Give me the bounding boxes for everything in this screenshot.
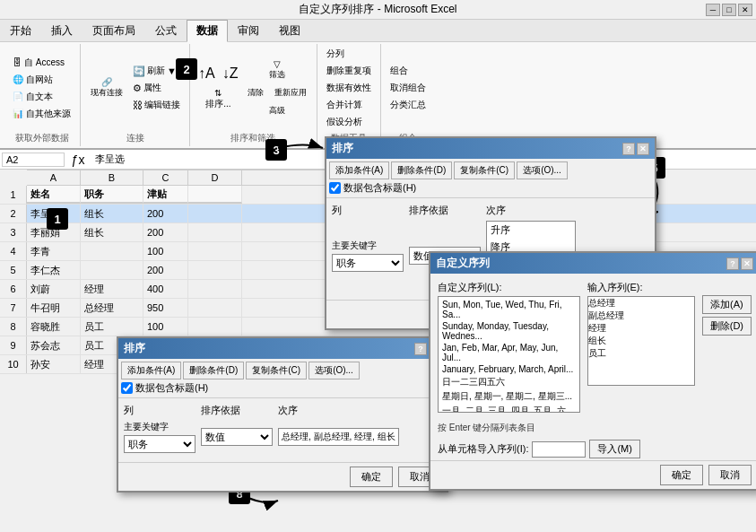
copy-condition-btn[interactable]: 复制条件(C) <box>454 161 515 179</box>
cell-7-B[interactable]: 总经理 <box>81 299 143 317</box>
cell-5-A[interactable]: 李仁杰 <box>27 261 81 279</box>
cell-3-B[interactable]: 组长 <box>81 223 143 241</box>
options-btn-2[interactable]: 选项(O)... <box>308 362 360 379</box>
clear-button[interactable]: 清除 <box>243 84 268 101</box>
add-sequence-btn[interactable]: 添加(A) <box>702 295 752 314</box>
cell-2-C[interactable]: 200 <box>143 205 188 222</box>
cell-4-B[interactable] <box>81 242 143 260</box>
cell-4-D[interactable] <box>188 242 242 260</box>
cell-5-B[interactable] <box>81 261 143 279</box>
cell-6-C[interactable]: 400 <box>143 280 188 298</box>
cell-8-B[interactable]: 员工 <box>81 318 143 336</box>
split-button[interactable]: 分列 <box>323 46 375 62</box>
delete-sequence-btn[interactable]: 删除(D) <box>702 317 752 336</box>
custom-dialog-help[interactable]: ? <box>726 257 739 270</box>
import-range-input[interactable] <box>532 441 586 458</box>
remove-duplicates-button[interactable]: 删除重复项 <box>323 63 375 79</box>
import-btn[interactable]: 导入(M) <box>589 440 640 458</box>
text-button[interactable]: 📄 自文本 <box>9 89 74 105</box>
custom-dialog-ok[interactable]: 确定 <box>660 465 703 485</box>
cell-1-B[interactable]: 职务 <box>81 186 143 204</box>
custom-dialog-close[interactable]: ✕ <box>741 257 753 270</box>
tab-review[interactable]: 审阅 <box>228 20 269 41</box>
cell-10-A[interactable]: 孙安 <box>27 355 81 373</box>
sort-za-button[interactable]: ↓Z <box>220 63 241 84</box>
sort-dialog-1-help[interactable]: ? <box>622 143 635 155</box>
tab-start[interactable]: 开始 <box>0 20 41 41</box>
list-item[interactable]: Sun, Mon, Tue, Wed, Thu, Fri, Sa... <box>440 299 578 320</box>
order-asc[interactable]: 升序 <box>487 222 575 239</box>
cell-reference[interactable] <box>2 153 65 167</box>
maximize-button[interactable]: □ <box>722 4 736 16</box>
minimize-button[interactable]: ─ <box>706 4 720 16</box>
existing-connections-button[interactable]: 🔗 现有连接 <box>86 74 127 101</box>
edit-links-button[interactable]: ⛓ 编辑链接 <box>129 97 184 113</box>
cell-5-C[interactable]: 200 <box>143 261 188 279</box>
cell-9-A[interactable]: 苏会志 <box>27 336 81 354</box>
ungroup-button[interactable]: 取消组合 <box>387 80 430 96</box>
sort-dialog-1-close[interactable]: ✕ <box>637 143 649 155</box>
sort-button[interactable]: ⇅ 排序... <box>200 85 236 113</box>
tab-view[interactable]: 视图 <box>269 20 310 41</box>
cell-8-C[interactable]: 100 <box>143 318 188 336</box>
properties-button[interactable]: ⚙ 属性 <box>129 80 184 96</box>
cell-5-D[interactable] <box>188 261 242 279</box>
sort-by-select[interactable]: 职务 <box>332 254 404 272</box>
tab-layout[interactable]: 页面布局 <box>83 20 145 41</box>
web-button[interactable]: 🌐 自网站 <box>9 72 74 88</box>
cell-1-D[interactable] <box>188 186 242 204</box>
sort-dialog-2-ok[interactable]: 确定 <box>350 467 393 487</box>
cell-2-B[interactable]: 组长 <box>81 205 143 222</box>
cell-7-C[interactable]: 950 <box>143 299 188 317</box>
sort-dialog-2-help[interactable]: ? <box>414 343 427 355</box>
header-checkbox-2[interactable] <box>121 382 133 394</box>
cell-2-D[interactable] <box>188 205 242 222</box>
custom-list-box[interactable]: Sun, Mon, Tue, Wed, Thu, Fri, Sa... Sund… <box>438 296 580 413</box>
sort-by-select-2[interactable]: 职务 <box>124 435 196 453</box>
tab-formula[interactable]: 公式 <box>145 20 187 41</box>
list-item[interactable]: Jan, Feb, Mar, Apr, May, Jun, Jul... <box>440 342 578 363</box>
close-button[interactable]: ✕ <box>738 4 752 16</box>
list-item[interactable]: January, February, March, April... <box>440 363 578 375</box>
subtotal-button[interactable]: 分类汇总 <box>387 97 430 113</box>
sort-on-select-2[interactable]: 数值 <box>201 428 273 446</box>
tab-data[interactable]: 数据 <box>187 20 228 42</box>
consolidate-button[interactable]: 合并计算 <box>323 97 375 113</box>
list-item[interactable]: Sunday, Monday, Tuesday, Wednes... <box>440 320 578 342</box>
cell-6-D[interactable] <box>188 280 242 298</box>
cell-6-B[interactable]: 经理 <box>81 280 143 298</box>
delete-condition-btn-2[interactable]: 删除条件(D) <box>183 362 244 379</box>
other-source-button[interactable]: 📊 自其他来源 <box>9 106 74 122</box>
cell-3-C[interactable]: 200 <box>143 223 188 241</box>
header-checkbox[interactable] <box>329 182 341 194</box>
cell-4-A[interactable]: 李青 <box>27 242 81 260</box>
cell-3-D[interactable] <box>188 223 242 241</box>
advanced-button[interactable]: 高级 <box>265 102 290 119</box>
cell-7-A[interactable]: 牛召明 <box>27 299 81 317</box>
sort-az-button[interactable]: ↑A <box>196 63 218 84</box>
filter-button[interactable]: ▽ 筛选 <box>265 57 290 83</box>
add-condition-btn[interactable]: 添加条件(A) <box>329 161 389 179</box>
custom-dialog-cancel[interactable]: 取消 <box>708 465 752 485</box>
validate-button[interactable]: 数据有效性 <box>323 80 375 96</box>
order-value-input[interactable] <box>278 428 399 446</box>
list-item[interactable]: 日一二三四五六 <box>440 375 578 389</box>
copy-condition-btn-2[interactable]: 复制条件(C) <box>246 362 307 379</box>
add-condition-btn-2[interactable]: 添加条件(A) <box>121 362 181 379</box>
cell-4-C[interactable]: 100 <box>143 242 188 260</box>
options-btn[interactable]: 选项(O)... <box>517 161 568 179</box>
cell-8-A[interactable]: 容晓胜 <box>27 318 81 336</box>
list-item[interactable]: 星期日, 星期一, 星期二, 星期三... <box>440 389 578 404</box>
cell-6-A[interactable]: 刘蔚 <box>27 280 81 298</box>
cell-8-D[interactable] <box>188 318 242 336</box>
tab-insert[interactable]: 插入 <box>41 20 83 41</box>
group-button[interactable]: 组合 <box>387 63 430 79</box>
cell-1-C[interactable]: 津贴 <box>143 186 188 204</box>
delete-condition-btn[interactable]: 删除条件(D) <box>391 161 452 179</box>
whatif-button[interactable]: 假设分析 <box>323 114 375 130</box>
custom-sequence-textarea[interactable]: 总经理 副总经理 经理 组长 员工 <box>587 296 695 386</box>
cell-7-D[interactable] <box>188 299 242 317</box>
cell-1-A[interactable]: 姓名 <box>27 186 81 204</box>
list-item[interactable]: 一月, 二月, 三月, 四月, 五月, 六月... <box>440 404 578 413</box>
access-button[interactable]: 🗄 自 Access <box>9 55 74 71</box>
